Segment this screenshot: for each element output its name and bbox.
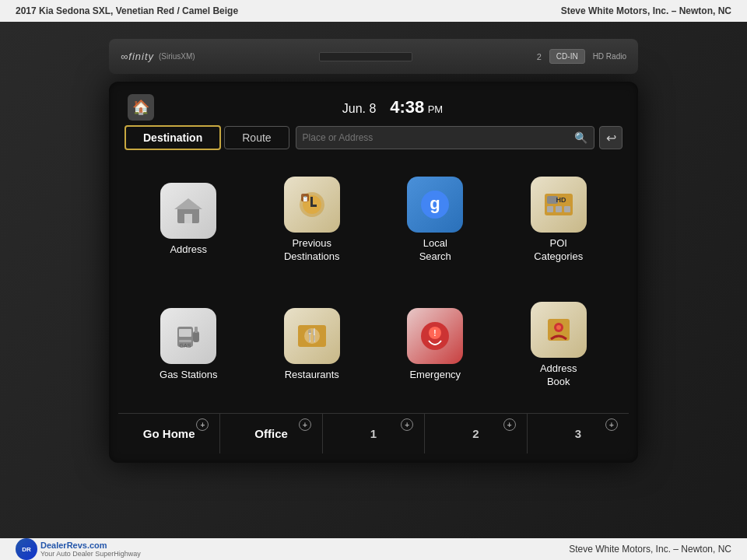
- bottom-slot-3[interactable]: 3 +: [528, 414, 629, 453]
- svg-rect-13: [547, 206, 553, 212]
- channel-number: 2: [537, 52, 542, 61]
- bottom-slot-1[interactable]: 1 +: [323, 414, 425, 453]
- address-icon-svg: [171, 194, 205, 228]
- svg-rect-14: [556, 206, 562, 212]
- logo-circle: DR: [16, 538, 37, 560]
- go-home-label: Go Home: [143, 427, 195, 440]
- cd-in-button[interactable]: CD-IN: [549, 49, 585, 64]
- poi-label: POICategories: [534, 237, 583, 264]
- cd-slot: [319, 52, 412, 61]
- svg-rect-15: [564, 206, 570, 212]
- top-info-bar: 2017 Kia Sedona SXL, Venetian Red / Came…: [0, 0, 747, 22]
- ampm-display: PM: [428, 103, 444, 115]
- restaurant-icon-svg: 🍴: [295, 319, 329, 353]
- bottom-slot-2[interactable]: 2 +: [425, 414, 527, 453]
- svg-text:g: g: [430, 194, 440, 213]
- gas-label: Gas Stations: [160, 369, 217, 382]
- address-label: Address: [170, 243, 207, 257]
- destination-grid: Address 📋 PreviousDestin: [118, 152, 629, 413]
- gas-icon: GAS: [160, 308, 216, 364]
- radio-controls: 2 CD-IN HD Radio: [537, 49, 626, 64]
- restaurant-icon: 🍴: [284, 308, 340, 364]
- dest-item-address[interactable]: Address: [128, 158, 250, 282]
- prev-icon-svg: 📋: [295, 187, 329, 222]
- office-label: Office: [254, 427, 288, 440]
- svg-rect-2: [184, 214, 192, 223]
- gas-icon-svg: GAS: [171, 319, 205, 353]
- slot2-label: 2: [472, 427, 479, 440]
- date-display: Jun. 8: [342, 102, 377, 115]
- hd-radio-label: HD Radio: [593, 52, 626, 61]
- screen-bezel: ∞finity (SiriusXM) 2 CD-IN HD Radio 🏠 Ju…: [109, 82, 638, 463]
- addrbook-label: AddressBook: [540, 362, 577, 389]
- home-icon-button[interactable]: 🏠: [128, 94, 154, 121]
- slot1-plus[interactable]: +: [401, 418, 413, 431]
- emergency-label: Emergency: [409, 369, 461, 382]
- bottom-office[interactable]: Office +: [220, 414, 322, 453]
- bottom-nav-bar: Go Home + Office + 1 + 2 + 3 +: [118, 413, 629, 453]
- restaurant-label: Restaurants: [285, 369, 339, 382]
- top-bar-right: Steve White Motors, Inc. – Newton, NC: [561, 5, 731, 16]
- bottom-right-info: Steve White Motors, Inc. – Newton, NC: [569, 544, 731, 555]
- office-plus[interactable]: +: [299, 418, 311, 431]
- poi-icon: HD: [531, 177, 587, 233]
- local-label: LocalSearch: [419, 237, 451, 264]
- previous-label: PreviousDestinations: [284, 237, 340, 264]
- local-icon-svg: g: [418, 187, 452, 222]
- logo-tagline: Your Auto Dealer SuperHighway: [40, 550, 141, 558]
- svg-rect-20: [195, 327, 198, 333]
- bottom-go-home[interactable]: Go Home +: [118, 414, 220, 453]
- dest-item-emergency[interactable]: ! Emergency: [374, 283, 496, 407]
- back-button[interactable]: ↩: [599, 126, 622, 149]
- dest-item-addrbook[interactable]: AddressBook: [498, 283, 620, 407]
- home-icon: 🏠: [132, 99, 149, 116]
- siriusxm-label: (SiriusXM): [159, 52, 195, 61]
- search-icon[interactable]: 🔍: [574, 131, 587, 144]
- emergency-icon-svg: !: [418, 319, 452, 353]
- search-bar[interactable]: 🔍: [296, 126, 594, 149]
- svg-marker-1: [174, 198, 202, 209]
- svg-rect-18: [179, 329, 191, 337]
- car-frame: ∞finity (SiriusXM) 2 CD-IN HD Radio 🏠 Ju…: [0, 22, 747, 538]
- slot2-plus[interactable]: +: [503, 418, 516, 431]
- tab-route[interactable]: Route: [224, 126, 289, 149]
- address-icon: [160, 183, 216, 239]
- emergency-icon: !: [407, 308, 463, 364]
- addrbook-icon-svg: [542, 313, 576, 347]
- datetime-display: Jun. 8 4:38 PM: [342, 97, 443, 117]
- dest-item-restaurant[interactable]: 🍴 Restaurants: [251, 283, 374, 407]
- dest-item-gas[interactable]: GAS Gas Stations: [128, 283, 250, 407]
- svg-text:🍴: 🍴: [304, 327, 320, 342]
- addrbook-icon: [531, 302, 587, 358]
- local-icon: g: [407, 177, 463, 233]
- bottom-watermark: DR DealerRevs.com Your Auto Dealer Super…: [0, 538, 747, 560]
- svg-text:📋: 📋: [301, 195, 308, 202]
- dest-item-local[interactable]: g LocalSearch: [374, 158, 496, 282]
- slot1-label: 1: [370, 427, 377, 440]
- nav-header: 🏠 Jun. 8 4:38 PM: [118, 91, 629, 124]
- svg-rect-19: [193, 331, 199, 342]
- svg-rect-21: [179, 340, 191, 342]
- slot3-plus[interactable]: +: [605, 418, 618, 431]
- time-display: 4:38: [390, 97, 424, 117]
- svg-text:GAS: GAS: [180, 343, 191, 348]
- previous-icon: 📋: [284, 177, 340, 233]
- nav-screen: 🏠 Jun. 8 4:38 PM Destination Route 🔍 ↩: [118, 91, 629, 453]
- top-bar-left: 2017 Kia Sedona SXL, Venetian Red / Came…: [16, 5, 238, 16]
- nav-tabs: Destination Route 🔍 ↩: [118, 124, 629, 152]
- tab-destination[interactable]: Destination: [124, 125, 221, 150]
- search-input[interactable]: [303, 132, 574, 143]
- logo-text: DealerRevs.com: [40, 541, 141, 550]
- poi-icon-svg: HD: [542, 187, 576, 222]
- logo-icon: DR: [22, 546, 31, 553]
- dest-item-previous[interactable]: 📋 PreviousDestinations: [251, 158, 374, 282]
- svg-text:HD: HD: [556, 196, 566, 204]
- radio-brand: ∞finity: [121, 51, 154, 62]
- dealerrevs-logo: DR DealerRevs.com Your Auto Dealer Super…: [16, 538, 141, 560]
- radio-bar: ∞finity (SiriusXM) 2 CD-IN HD Radio: [109, 39, 638, 74]
- go-home-plus[interactable]: +: [196, 418, 209, 431]
- svg-rect-6: [310, 205, 317, 207]
- svg-point-31: [556, 325, 561, 330]
- slot3-label: 3: [575, 427, 581, 440]
- dest-item-poi[interactable]: HD POICategories: [498, 158, 620, 282]
